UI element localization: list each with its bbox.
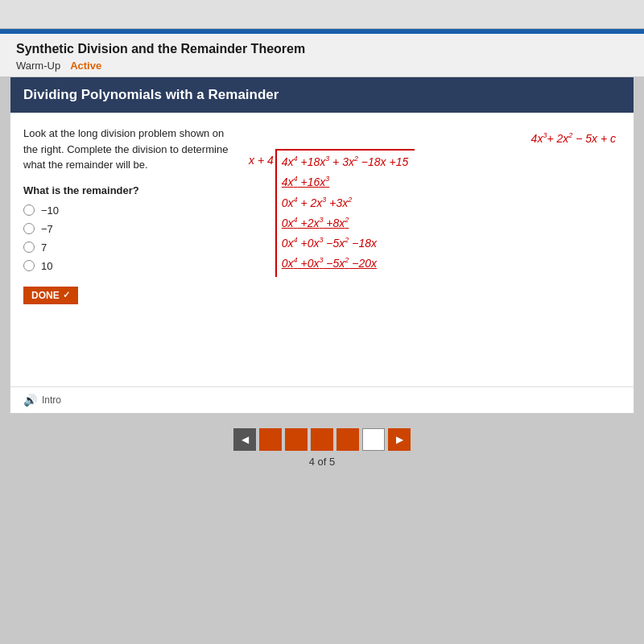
page-title: Synthetic Division and the Remainder The… [16,42,628,56]
tab-warmup[interactable]: Warm-Up [16,60,60,73]
option-7: 7 [23,242,233,254]
next-button[interactable]: ▶ [388,428,411,451]
step2: 0x4 + 2x3 +3x2 [282,193,409,213]
step3: 0x4 +0x3 −5x2 −18x [282,233,409,254]
step3-underline: 0x4 +0x3 −5x2 −20x [282,254,409,274]
content-card: Dividing Polynomials with a Remainder Lo… [10,76,634,414]
option-10: 10 [23,260,233,272]
page-indicator: 4 of 5 [309,456,336,468]
division-setup: x + 4 4x4 +18x3 + 3x2 −18x +15 4x4 +16x3… [249,149,621,277]
option-10-label: 10 [41,260,52,272]
card-header: Dividing Polynomials with a Remainder [10,77,634,113]
page-header: Synthetic Division and the Remainder The… [0,34,644,76]
bottom-navigation: ◀ ▶ 4 of 5 [0,420,644,476]
done-label: DONE [31,290,60,301]
option-7-label: 7 [41,242,47,254]
dividend-area: 4x4 +18x3 + 3x2 −18x +15 4x4 +16x3 0x4 +… [275,149,415,277]
page-2-button[interactable] [285,428,308,451]
tab-active[interactable]: Active [70,60,101,73]
page-1-button[interactable] [259,428,282,451]
radio-10[interactable] [23,260,35,271]
math-side: 4x3+ 2x2 − 5x + c x + 4 4x4 +18x3 + 3x2 … [249,126,621,374]
nav-buttons: ◀ ▶ [233,428,411,451]
answer-options: −10 −7 7 10 [23,204,233,272]
radio-neg10[interactable] [23,204,35,216]
page-5-button[interactable] [362,428,385,451]
question-side: Look at the long division problem shown … [23,126,233,374]
option-neg7: −7 [23,223,233,235]
done-button[interactable]: DONE ✓ [23,287,78,304]
question-text: Look at the long division problem shown … [23,126,233,173]
page-4-button[interactable] [336,428,359,451]
option-neg7-label: −7 [41,223,53,235]
step2-underline: 0x4 +2x3 +8x2 [282,213,409,233]
intro-label: Intro [42,394,61,406]
quotient-line: 4x3+ 2x2 − 5x + c [249,129,621,149]
nav-tabs: Warm-Up Active [16,60,628,73]
divisor: x + 4 [249,149,275,171]
step1-underline: 4x4 +16x3 [282,172,409,192]
speaker-icon: 🔊 [23,394,37,407]
radio-7[interactable] [23,242,35,253]
card-footer: 🔊 Intro [10,386,634,413]
question-label: What is the remainder? [23,184,233,196]
browser-bar [0,0,644,29]
card-body: Look at the long division problem shown … [10,113,634,386]
option-neg10-label: −10 [41,204,59,217]
done-check-icon: ✓ [63,290,70,300]
page-3-button[interactable] [311,428,333,451]
radio-neg7[interactable] [23,223,35,234]
dividend-line: 4x4 +18x3 + 3x2 −18x +15 [282,152,409,172]
prev-button[interactable]: ◀ [233,428,256,451]
option-neg10: −10 [23,204,233,217]
card-title: Dividing Polynomials with a Remainder [23,87,279,102]
